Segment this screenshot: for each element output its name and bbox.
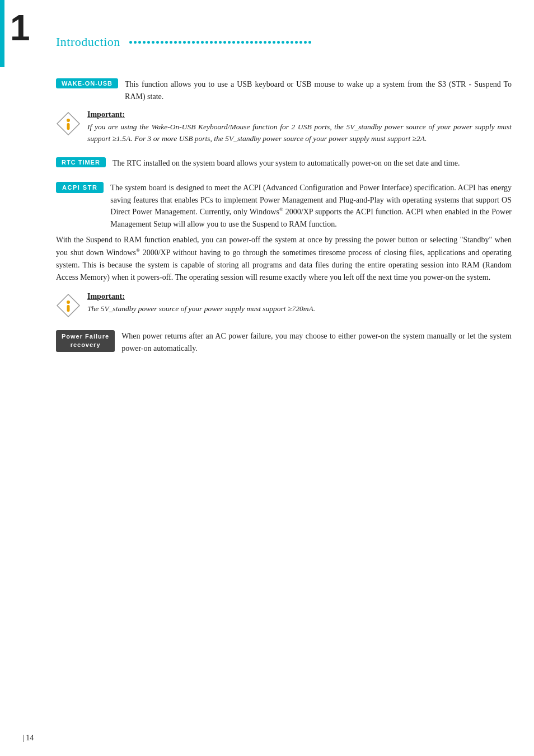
page: 1 Introduction	[0, 0, 534, 756]
chapter-bar	[0, 0, 4, 67]
dot	[228, 41, 231, 44]
dot	[268, 41, 271, 44]
important-icon-2	[56, 293, 81, 318]
intro-header: Introduction	[56, 35, 311, 49]
dot	[192, 41, 195, 44]
svg-point-4	[67, 300, 70, 304]
dot	[273, 41, 275, 44]
important-box-2: Important: The 5V_standby power source o…	[56, 292, 512, 318]
rtc-timer-section: RTC TIMER The RTC installed on the syste…	[56, 157, 512, 170]
dot	[299, 41, 302, 44]
dot	[304, 41, 307, 44]
dot	[264, 41, 266, 44]
dot	[291, 41, 293, 44]
dot	[143, 41, 146, 44]
page-number: | 14	[22, 734, 34, 743]
dot	[255, 41, 257, 44]
dot	[188, 41, 190, 44]
dot	[223, 41, 226, 44]
power-failure-badge-line2: recovery	[71, 341, 101, 349]
dot	[138, 41, 141, 44]
dot	[161, 41, 163, 44]
dot	[134, 41, 137, 44]
acpi-str-paragraph2: With the Suspend to RAM function enabled…	[56, 234, 512, 284]
rtc-timer-row: RTC TIMER The RTC installed on the syste…	[56, 157, 512, 170]
wake-on-usb-row: WAKE-ON-USB This function allows you to …	[56, 78, 512, 102]
rtc-timer-text: The RTC installed on the system board al…	[113, 157, 512, 170]
dot	[214, 41, 217, 44]
important-label-1: Important:	[87, 110, 512, 119]
dot	[170, 41, 172, 44]
dot	[282, 41, 284, 44]
dot	[152, 41, 154, 44]
wake-on-usb-badge: WAKE-ON-USB	[56, 78, 118, 88]
dot	[165, 41, 168, 44]
dot	[219, 41, 222, 44]
dot	[232, 41, 235, 44]
dot	[250, 41, 253, 44]
power-failure-text: When power returns after an AC power fai…	[121, 330, 512, 354]
chapter-title: Introduction	[56, 35, 120, 49]
important-text-2: The 5V_standby power source of your powe…	[87, 303, 512, 315]
dot	[246, 41, 249, 44]
dot	[147, 41, 150, 44]
important-content-1: Important: If you are using the Wake-On-…	[87, 110, 512, 145]
power-failure-section: Power failure recovery When power return…	[56, 330, 512, 354]
acpi-str-row: ACPI STR The system board is designed to…	[56, 182, 512, 231]
dot	[259, 41, 262, 44]
power-failure-row: Power failure recovery When power return…	[56, 330, 512, 354]
chapter-number: 1	[10, 10, 30, 46]
power-failure-badge-line1: Power failure	[62, 332, 109, 341]
dot	[205, 41, 208, 44]
acpi-str-badge: ACPI STR	[56, 182, 104, 193]
important-label-2: Important:	[87, 292, 512, 301]
rtc-timer-badge: RTC TIMER	[56, 157, 106, 167]
dot	[277, 41, 280, 44]
dot	[196, 41, 199, 44]
dot	[201, 41, 204, 44]
dot	[295, 41, 298, 44]
acpi-str-intro: The system board is designed to meet the…	[110, 182, 512, 231]
important-content-2: Important: The 5V_standby power source o…	[87, 292, 512, 315]
svg-rect-5	[67, 305, 70, 312]
acpi-str-section: ACPI STR The system board is designed to…	[56, 182, 512, 318]
content-area: WAKE-ON-USB This function allows you to …	[56, 78, 512, 722]
svg-point-1	[67, 119, 70, 122]
important-icon-1	[56, 111, 81, 136]
important-text-1: If you are using the Wake-On-USB Keyboar…	[87, 121, 512, 145]
svg-rect-2	[67, 123, 70, 130]
power-failure-badge: Power failure recovery	[56, 330, 115, 352]
dot	[286, 41, 289, 44]
dot	[308, 41, 311, 44]
wake-on-usb-text: This function allows you to use a USB ke…	[125, 78, 512, 102]
dot	[174, 41, 177, 44]
dot	[237, 41, 240, 44]
dot	[129, 41, 132, 44]
dot	[183, 41, 186, 44]
dot	[210, 41, 213, 44]
dot	[179, 41, 181, 44]
dot	[156, 41, 159, 44]
dot	[241, 41, 244, 44]
important-box-1: Important: If you are using the Wake-On-…	[56, 110, 512, 145]
header-dots	[129, 41, 311, 44]
wake-on-usb-section: WAKE-ON-USB This function allows you to …	[56, 78, 512, 145]
